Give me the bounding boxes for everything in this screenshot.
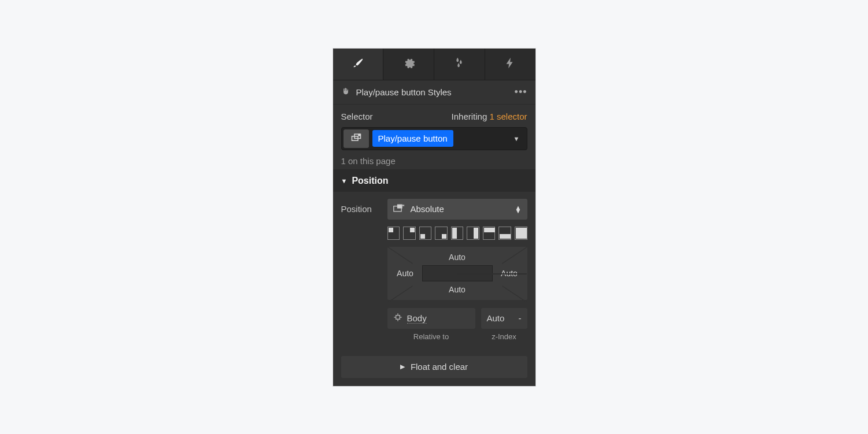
selector-label: Selector <box>341 112 373 121</box>
section-head-position[interactable]: ▼ Position <box>333 170 535 192</box>
updown-icon: ▲▼ <box>515 206 522 213</box>
svg-line-7 <box>387 247 413 264</box>
lightning-icon <box>504 57 516 72</box>
selector-top-row: Selector Inheriting 1 selector <box>341 112 527 121</box>
tab-settings[interactable] <box>383 49 434 80</box>
offset-inner <box>422 265 493 281</box>
anchor-top[interactable] <box>483 227 496 240</box>
zindex-input[interactable]: Auto - <box>481 308 527 329</box>
section-title: Position <box>352 176 388 186</box>
offset-bottom[interactable]: Auto <box>449 285 466 294</box>
zindex-dash: - <box>519 313 522 323</box>
anchor-bottom-left[interactable] <box>419 227 432 240</box>
chevron-right-icon: ▶ <box>400 363 405 370</box>
offset-box: Auto Auto Auto Auto <box>387 247 527 300</box>
element-title-row: Play/pause button Styles <box>341 87 452 98</box>
position-mode-icon <box>393 204 405 214</box>
class-chip[interactable]: Play/pause button <box>372 130 453 147</box>
inheriting-label: Inheriting <box>452 112 487 121</box>
tab-style[interactable] <box>333 49 384 80</box>
offset-left[interactable]: Auto <box>397 269 413 278</box>
anchor-left[interactable] <box>451 227 464 240</box>
position-value: Absolute <box>411 204 444 214</box>
svg-rect-11 <box>396 316 400 320</box>
zindex-value: Auto <box>487 313 505 323</box>
svg-line-8 <box>502 247 527 264</box>
state-button[interactable] <box>343 129 369 148</box>
tab-effects[interactable] <box>434 49 485 80</box>
selector-block: Selector Inheriting 1 selector Play/paus… <box>333 105 535 170</box>
anchor-top-right[interactable] <box>403 227 416 240</box>
relative-to-value: Body <box>407 313 427 324</box>
svg-line-9 <box>387 285 413 302</box>
relative-zindex-labels: Relative to z-Index <box>387 332 527 341</box>
offset-right[interactable]: Auto <box>501 269 518 278</box>
droplets-icon <box>453 57 466 72</box>
svg-rect-4 <box>397 205 402 208</box>
section-body-position: Position Absolute ▲▼ <box>333 192 535 349</box>
anchor-top-left[interactable] <box>387 227 400 240</box>
tab-interactions[interactable] <box>485 49 535 80</box>
svg-point-2 <box>358 134 360 136</box>
gear-icon <box>402 57 415 72</box>
inheriting-link[interactable]: 1 selector <box>489 112 527 121</box>
position-label: Position <box>341 204 381 214</box>
element-header: Play/pause button Styles ••• <box>333 80 535 105</box>
state-icon <box>351 133 361 144</box>
more-icon[interactable]: ••• <box>515 86 527 98</box>
float-clear-label: Float and clear <box>411 362 468 372</box>
anchor-right[interactable] <box>467 227 479 240</box>
element-title: Play/pause button Styles <box>356 87 452 97</box>
position-dropdown[interactable]: Absolute ▲▼ <box>387 199 527 220</box>
chevron-down-icon[interactable]: ▼ <box>514 135 520 142</box>
position-row: Position Absolute ▲▼ <box>341 199 527 220</box>
target-icon <box>393 313 402 324</box>
hand-icon <box>341 87 350 98</box>
relative-zindex-row: Body Auto - <box>387 308 527 329</box>
anchor-full[interactable] <box>515 227 527 240</box>
inheriting-wrap: Inheriting 1 selector <box>452 112 527 121</box>
relative-to-button[interactable]: Body <box>387 308 475 329</box>
brush-icon <box>352 57 364 72</box>
anchor-presets <box>387 227 527 240</box>
offset-top[interactable]: Auto <box>449 253 466 262</box>
zindex-label: z-Index <box>481 332 527 341</box>
style-panel: Play/pause button Styles ••• Selector In… <box>333 49 535 386</box>
svg-line-10 <box>502 285 527 302</box>
panel-tabs <box>333 49 535 80</box>
chevron-down-icon: ▼ <box>341 177 348 184</box>
float-clear-toggle[interactable]: ▶ Float and clear <box>341 356 527 378</box>
relative-to-label: Relative to <box>387 332 475 341</box>
anchor-bottom[interactable] <box>498 227 511 240</box>
selector-footer: 1 on this page <box>341 156 527 166</box>
selector-input[interactable]: Play/pause button ▼ <box>341 127 527 150</box>
anchor-bottom-right[interactable] <box>435 227 448 240</box>
